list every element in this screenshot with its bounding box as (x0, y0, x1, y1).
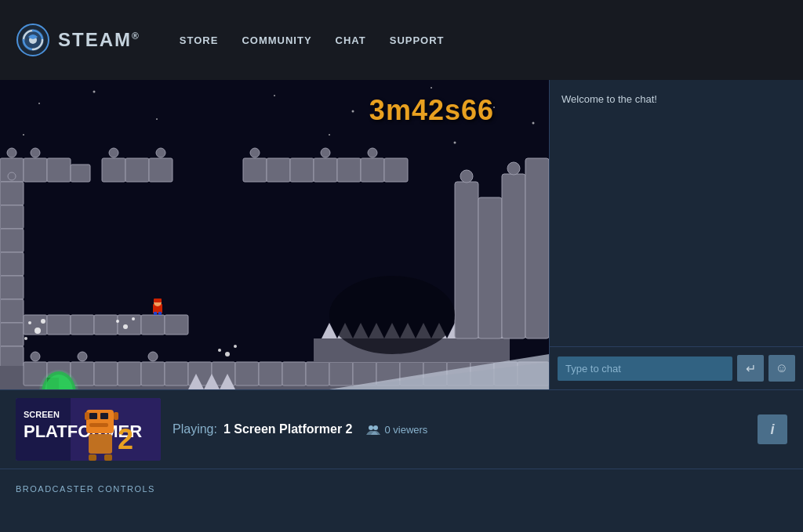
broadcaster-controls-label: BROADCASTER CONTROLS (16, 484, 155, 494)
svg-point-7 (352, 110, 354, 113)
svg-rect-22 (125, 158, 149, 182)
svg-rect-76 (141, 315, 165, 335)
steam-logo-icon (16, 23, 50, 57)
svg-rect-60 (282, 362, 306, 385)
svg-point-100 (28, 321, 31, 324)
svg-rect-51 (94, 362, 118, 385)
svg-rect-63 (353, 362, 376, 385)
svg-rect-20 (102, 158, 125, 182)
svg-rect-25 (243, 158, 267, 182)
svg-text:2: 2 (118, 423, 133, 455)
svg-rect-113 (158, 312, 162, 315)
svg-text:SCREEN: SCREEN (24, 410, 60, 419)
svg-rect-72 (47, 315, 71, 335)
svg-point-50 (78, 352, 87, 361)
svg-point-33 (368, 148, 377, 157)
svg-rect-41 (0, 299, 24, 323)
svg-rect-75 (118, 315, 141, 335)
svg-point-4 (93, 91, 96, 93)
svg-rect-59 (259, 362, 282, 385)
svg-rect-35 (0, 182, 24, 205)
svg-rect-74 (94, 315, 118, 335)
svg-point-105 (116, 320, 119, 323)
svg-rect-116 (478, 197, 502, 338)
svg-rect-61 (306, 362, 329, 385)
send-icon: ↵ (746, 361, 756, 376)
svg-rect-58 (235, 362, 259, 385)
svg-rect-52 (118, 362, 141, 385)
svg-point-15 (7, 148, 16, 157)
svg-rect-119 (525, 158, 549, 338)
svg-point-138 (373, 425, 378, 430)
main-content: 3m42s66 Welcome to the chat! ↵ ☺ (0, 80, 803, 389)
svg-rect-32 (361, 158, 384, 182)
nav-support[interactable]: SUPPORT (390, 34, 445, 46)
svg-point-11 (23, 134, 24, 136)
svg-rect-37 (0, 205, 24, 229)
svg-rect-18 (47, 158, 71, 182)
svg-rect-42 (0, 323, 24, 346)
broadcaster-controls-section: BROADCASTER CONTROLS (0, 469, 803, 507)
svg-rect-31 (337, 158, 361, 182)
svg-rect-16 (24, 158, 47, 182)
svg-rect-133 (114, 412, 118, 420)
svg-point-115 (460, 170, 473, 183)
svg-rect-40 (0, 276, 24, 299)
viewers-count: 0 viewers (384, 424, 427, 436)
game-info-text: Playing: 1 Screen Platformer 2 0 viewers (173, 422, 746, 436)
svg-point-102 (24, 337, 27, 340)
svg-point-30 (321, 148, 330, 157)
svg-point-137 (369, 425, 373, 430)
svg-rect-131 (89, 423, 108, 427)
info-button[interactable]: i (758, 414, 787, 444)
game-stream-area: 3m42s66 (0, 80, 549, 389)
svg-rect-29 (314, 158, 337, 182)
chat-send-button[interactable]: ↵ (737, 355, 764, 382)
svg-rect-112 (154, 312, 157, 315)
svg-rect-117 (502, 174, 525, 338)
nav-store[interactable]: STORE (180, 34, 219, 46)
chat-text-input[interactable] (558, 356, 732, 381)
nav-community[interactable]: COMMUNITY (242, 34, 311, 46)
svg-point-54 (148, 352, 158, 361)
svg-point-21 (109, 148, 118, 157)
svg-rect-77 (165, 315, 188, 335)
svg-rect-73 (71, 315, 94, 335)
svg-rect-28 (290, 158, 314, 182)
svg-point-10 (532, 122, 535, 125)
svg-rect-132 (85, 412, 89, 420)
svg-point-3 (38, 103, 40, 104)
steam-brand-text: STEAM® (58, 29, 140, 51)
game-title-text: 1 Screen Platformer 2 (223, 422, 353, 436)
svg-point-108 (218, 349, 221, 352)
svg-point-99 (35, 328, 41, 334)
nav-chat[interactable]: CHAT (336, 34, 366, 46)
svg-point-26 (250, 148, 260, 157)
svg-point-120 (329, 276, 455, 354)
svg-rect-53 (141, 362, 165, 385)
chat-panel: Welcome to the chat! ↵ ☺ (549, 80, 803, 389)
steam-logo-link[interactable]: STEAM® (16, 23, 140, 57)
svg-rect-62 (329, 362, 353, 385)
svg-rect-27 (267, 158, 290, 182)
svg-rect-114 (455, 182, 478, 338)
viewers-icon (366, 424, 380, 435)
svg-rect-130 (100, 413, 108, 419)
chat-welcome-message: Welcome to the chat! (561, 93, 657, 105)
game-thumbnail: SCREEN PLATFORMER 2 (16, 398, 161, 461)
nav-links: STORE COMMUNITY CHAT SUPPORT (180, 34, 445, 46)
svg-point-13 (454, 142, 456, 144)
svg-point-17 (31, 148, 40, 157)
svg-point-12 (329, 134, 330, 136)
svg-rect-39 (0, 252, 24, 276)
svg-rect-34 (384, 158, 408, 182)
chat-emoji-button[interactable]: ☺ (768, 355, 795, 382)
svg-rect-38 (0, 229, 24, 252)
svg-rect-136 (104, 454, 112, 461)
svg-rect-19 (71, 165, 90, 182)
svg-point-36 (8, 172, 16, 180)
svg-point-24 (156, 148, 165, 157)
viewers-info: 0 viewers (366, 424, 427, 436)
svg-point-101 (41, 319, 45, 324)
svg-point-6 (274, 95, 275, 96)
